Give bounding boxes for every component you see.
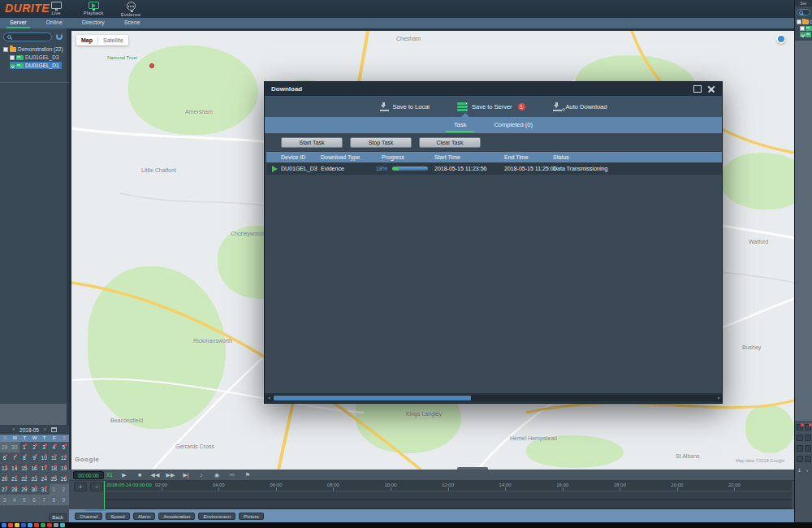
secondary-search[interactable] [797,9,810,15]
taskbar-settings-icon[interactable] [60,523,65,527]
scroll-right-icon[interactable] [715,395,722,401]
calendar-date[interactable]: 25 [50,474,59,484]
play-icon[interactable]: ▶ [118,470,131,480]
calendar-date[interactable]: 14 [10,463,19,474]
calendar-date[interactable]: 7 [40,495,50,505]
taskbar-folder-icon[interactable] [15,523,19,527]
taskbar-mail-icon[interactable] [28,523,32,527]
tab-server[interactable]: Server [0,18,37,28]
calendar-date[interactable]: 29 [0,442,10,452]
calendar-date[interactable]: 24 [40,474,50,484]
calendar-date[interactable]: 16 [29,463,39,474]
horizontal-scrollbar[interactable] [266,395,722,401]
zoom-out-icon[interactable]: − [90,483,103,491]
checkbox[interactable] [3,47,8,52]
taskbar-browser-icon[interactable] [8,523,13,527]
timeline-ruler[interactable]: 2018-05-14 00:00:00 02:0004:0006:0008:00… [104,481,792,491]
audio-icon[interactable]: ♪ [195,470,208,480]
filter-picture-button[interactable]: Picture [239,513,264,520]
filter-speed-button[interactable]: Speed [106,513,129,520]
cut-icon[interactable]: ✂ [226,470,239,480]
calendar-date[interactable]: 11 [50,452,59,463]
checkbox[interactable] [10,55,15,60]
tree-device[interactable]: DU01GEL_D3 [10,54,69,61]
calendar-date[interactable]: 18 [50,463,59,474]
nav-playback[interactable]: Playback [75,1,112,18]
calendar-date[interactable]: 9 [29,452,39,463]
start-task-button[interactable]: Start Task [281,137,343,148]
control-button[interactable] [797,456,803,462]
calendar-date[interactable]: 8 [19,452,29,463]
calendar-date[interactable]: 6 [29,495,39,505]
stop-task-button[interactable]: Stop Task [350,137,412,148]
rewind-icon[interactable]: ◀◀ [149,470,162,480]
checkbox[interactable] [800,32,805,37]
taskbar-pdf-icon[interactable] [47,523,52,527]
control-button[interactable] [797,445,803,452]
clear-task-button[interactable]: Clear Task [419,137,481,148]
control-button[interactable] [805,445,811,452]
next-frame-icon[interactable]: ▶| [179,470,192,480]
zoom-in-icon[interactable]: + [74,483,87,491]
calendar-date[interactable]: 30 [29,484,39,495]
calendar-date[interactable]: 9 [59,495,69,505]
taskbar-media-icon[interactable] [34,523,39,527]
calendar-date[interactable]: 5 [19,495,29,505]
control-button[interactable] [797,435,803,441]
taskbar-start-icon[interactable] [2,523,6,527]
calendar-date[interactable]: 13 [0,463,10,474]
close-icon[interactable] [707,85,715,93]
taskbar-app-icon[interactable] [54,523,58,527]
control-button[interactable] [805,435,811,441]
table-row[interactable]: DU01GEL_D3Evidence18%2018-05-15 11:23:56… [266,162,722,175]
calendar-date[interactable]: 2 [29,442,39,452]
dialog-titlebar[interactable]: Download [265,82,722,96]
checkbox[interactable] [797,19,801,24]
filter-acceleration-button[interactable]: Acceleration [158,513,195,520]
control-button[interactable] [797,424,803,431]
locate-icon[interactable] [776,34,786,44]
maximize-icon[interactable] [693,85,702,93]
calendar-date[interactable]: 30 [10,442,19,452]
checkbox[interactable] [10,63,15,68]
calendar-date[interactable]: 19 [59,463,69,474]
snapshot-icon[interactable]: ◉ [210,470,223,480]
calendar-date[interactable]: 7 [10,452,19,463]
nav-evidence[interactable]: Evidence [112,1,149,18]
calendar-date[interactable]: 4 [50,442,59,452]
stop-icon[interactable]: ■ [133,470,146,480]
tree-root[interactable]: De [797,19,812,24]
device-search[interactable] [3,32,52,41]
tab-directory[interactable]: Directory [72,18,114,28]
calendar-date[interactable]: 26 [59,474,69,484]
calendar-date[interactable]: 1 [19,442,29,452]
page-next-icon[interactable]: › [806,468,808,473]
tab-online[interactable]: Online [37,18,72,28]
map-type-map[interactable]: Map [76,37,97,43]
calendar-date[interactable]: 27 [0,484,10,495]
calendar-icon[interactable] [51,427,57,432]
calendar-date[interactable]: 8 [50,495,59,505]
calendar-date[interactable]: 22 [19,474,29,484]
map-type-satellite[interactable]: Satellite [98,37,128,43]
calendar-date[interactable]: 1 [50,484,59,495]
mode-tab-save-to-local[interactable]: Save to Local [380,102,430,111]
mode-tab-save-to-server[interactable]: Save to Server1 [457,102,525,111]
list-tab-task[interactable]: Task [451,119,469,132]
tree-device[interactable] [800,32,811,37]
checkbox[interactable] [800,26,805,31]
taskbar-excel-icon[interactable] [41,523,45,527]
device-search-input[interactable] [11,34,47,40]
calendar-date[interactable]: 12 [59,452,69,463]
taskbar-word-icon[interactable] [21,523,26,527]
filter-alarm-button[interactable]: Alarm [133,513,156,520]
calendar-prev-icon[interactable]: ‹ [12,426,15,434]
flag-icon[interactable]: ⚑ [241,470,254,480]
calendar-date[interactable]: 10 [40,452,50,463]
vehicle-marker[interactable] [149,63,154,68]
timeline-track[interactable] [104,491,792,509]
back-button[interactable]: Back [49,513,67,521]
control-button[interactable] [805,456,811,462]
calendar-date[interactable]: 31 [40,484,50,495]
calendar-date[interactable]: 5 [59,442,69,452]
